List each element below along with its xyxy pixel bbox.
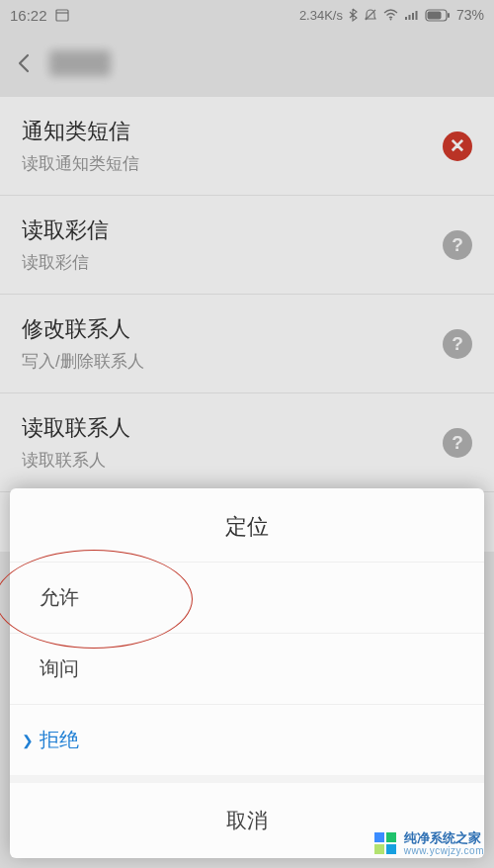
ask-icon: ?: [443, 329, 472, 359]
list-item[interactable]: 修改联系人 写入/删除联系人 ?: [0, 295, 494, 393]
bluetooth-icon: [349, 8, 358, 22]
list-item-title: 读取彩信: [22, 216, 109, 245]
svg-rect-9: [427, 11, 441, 19]
list-item[interactable]: 通知类短信 读取通知类短信 ✕: [0, 97, 494, 196]
back-icon[interactable]: [14, 52, 36, 74]
svg-point-3: [390, 19, 392, 21]
deny-icon: ✕: [443, 131, 472, 161]
status-battery: 73%: [456, 7, 484, 23]
svg-rect-6: [412, 13, 414, 20]
page-title: [49, 50, 111, 76]
list-item[interactable]: 读取彩信 读取彩信 ?: [0, 196, 494, 295]
svg-rect-0: [56, 10, 68, 21]
wifi-icon: [383, 9, 398, 21]
option-ask[interactable]: 询问: [10, 633, 484, 704]
list-item-subtitle: 读取彩信: [22, 251, 109, 274]
status-bar: 16:22 2.34K/s 73%: [0, 0, 494, 30]
ask-icon: ?: [443, 428, 472, 458]
list-item-subtitle: 读取通知类短信: [22, 152, 139, 175]
sheet-title: 定位: [10, 488, 484, 562]
battery-icon: [425, 9, 451, 22]
watermark-text: 纯净系统之家: [404, 831, 484, 845]
action-sheet: 定位 允许 询问 ❯ 拒绝 取消: [10, 488, 484, 858]
svg-rect-7: [415, 11, 417, 20]
permission-list: 通知类短信 读取通知类短信 ✕ 读取彩信 读取彩信 ? 修改联系人 写入/删除联…: [0, 97, 494, 552]
ask-icon: ?: [443, 230, 472, 260]
svg-rect-10: [448, 13, 450, 18]
chevron-right-icon: ❯: [22, 733, 34, 748]
status-time: 16:22: [10, 7, 47, 24]
list-item[interactable]: 读取联系人 读取联系人 ?: [0, 393, 494, 492]
option-deny-label: 拒绝: [40, 729, 79, 750]
signal-icon: [404, 9, 419, 21]
svg-rect-5: [408, 15, 410, 20]
list-item-subtitle: 读取联系人: [22, 449, 130, 472]
option-allow[interactable]: 允许: [10, 562, 484, 633]
watermark-logo-icon: [374, 832, 396, 854]
svg-rect-4: [405, 17, 407, 20]
list-item-subtitle: 写入/删除联系人: [22, 350, 144, 373]
dnd-icon: [364, 8, 377, 22]
list-item-title: 通知类短信: [22, 117, 139, 146]
watermark-url: www.ycwjzy.com: [404, 845, 484, 856]
calendar-icon: [55, 8, 69, 22]
option-deny[interactable]: ❯ 拒绝: [10, 704, 484, 775]
watermark: 纯净系统之家 www.ycwjzy.com: [374, 831, 484, 856]
list-item-title: 修改联系人: [22, 314, 144, 344]
list-item-title: 读取联系人: [22, 413, 130, 443]
status-speed: 2.34K/s: [299, 8, 343, 23]
header: [0, 30, 494, 97]
